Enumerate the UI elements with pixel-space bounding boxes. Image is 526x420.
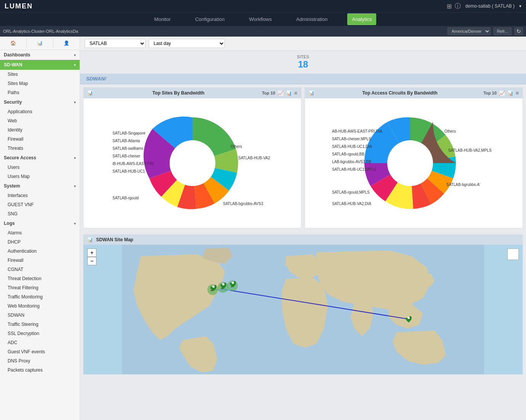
- dashboards-chevron: ▾: [74, 53, 76, 57]
- menu-right[interactable]: ≡: [516, 90, 519, 96]
- sidebar-item-authentication[interactable]: Authentication: [0, 247, 80, 256]
- menu-left[interactable]: ≡: [294, 90, 297, 96]
- sidebar-logs[interactable]: Logs ▾: [0, 218, 80, 228]
- top-n-left: Top 10: [262, 91, 275, 95]
- sidebar-item-web[interactable]: Web: [0, 116, 80, 125]
- svg-point-32: [222, 283, 225, 285]
- sidebar-item-interfaces[interactable]: Interfaces: [0, 191, 80, 200]
- sdwan-section-title: SDWAN/: [80, 74, 526, 84]
- chart-left-toolbar: Top 10 📈 📊 ≡: [262, 90, 297, 96]
- time-range-select[interactable]: Last day: [149, 39, 225, 48]
- svg-text:SATLAB-cheiser: SATLAB-cheiser: [112, 154, 141, 158]
- sidebar-item-users-map[interactable]: Users Map: [0, 172, 80, 181]
- logs-label: Logs: [4, 221, 15, 226]
- sidebar-item-sites[interactable]: Sites: [0, 70, 80, 79]
- system-label: System: [4, 183, 20, 189]
- donut-chart-left: SATLAB-HUB-VA2 SATLAB-bgrubbs-AVS3 Other…: [109, 102, 276, 224]
- svg-text:SATLAB-HUB-VA2: SATLAB-HUB-VA2: [238, 156, 270, 160]
- sidebar-item-traffic-steering[interactable]: Traffic Steering: [0, 320, 80, 329]
- user-label: demo-satlab ( SATLAB ): [465, 3, 515, 9]
- sdwan-section-label: SDWAN/: [86, 76, 106, 82]
- svg-text:SATLAB-Singapore: SATLAB-Singapore: [112, 131, 146, 135]
- nav-configuration[interactable]: Configuration: [191, 13, 229, 25]
- top-n-right: Top 10: [483, 91, 497, 95]
- nav-analytics[interactable]: Analytics: [347, 13, 376, 25]
- main-layout: 🏠 📊 👤 Dashboards ▾ SD-WAN ▾ Sites Sites …: [0, 37, 526, 420]
- sidebar-item-firewall[interactable]: Firewall: [0, 135, 80, 144]
- sidebar-item-sites-map[interactable]: Sites Map: [0, 79, 80, 88]
- map-icon: 📊: [87, 237, 93, 242]
- bar-chart-icon-right[interactable]: 📈: [499, 90, 505, 96]
- svg-text:SATLAB-bgrubbs-A': SATLAB-bgrubbs-A': [446, 183, 480, 187]
- dashboards-label: Dashboards: [4, 52, 30, 58]
- home-icon-btn[interactable]: 🏠: [0, 38, 27, 48]
- content-toolbar: SATLAB Last day: [80, 37, 526, 51]
- user-icon-btn[interactable]: 👤: [53, 38, 80, 48]
- bar-chart2-icon-right[interactable]: 📊: [507, 90, 513, 96]
- sidebar-item-dhcp[interactable]: DHCP: [0, 237, 80, 247]
- sidebar-item-dns-proxy[interactable]: DNS Proxy: [0, 356, 80, 365]
- map-fullscreen-btn[interactable]: [507, 248, 519, 260]
- svg-text:AB-HUB-AWS-EAST-PRI,DIA: AB-HUB-AWS-EAST-PRI,DIA: [332, 129, 382, 133]
- zoom-in-btn[interactable]: +: [87, 248, 96, 257]
- chart-left-header: 📊 Top Sites By Bandwidth Top 10 📈 📊 ≡: [83, 88, 301, 98]
- chart-left-title: Top Sites By Bandwidth: [152, 90, 204, 96]
- sidebar-item-sng[interactable]: SNG: [0, 209, 80, 218]
- sidebar-item-users[interactable]: Users: [0, 163, 80, 172]
- chart-left-body: SATLAB-HUB-VA2 SATLAB-bgrubbs-AVS3 Other…: [83, 98, 301, 228]
- logo: LUMEN: [5, 2, 33, 10]
- sidebar-item-sdwan-log[interactable]: SDWAN: [0, 311, 80, 320]
- nav-monitor[interactable]: Monitor: [150, 13, 175, 25]
- breadcrumb: ORL-Analytics-Cluster-ORL-AnalyticsDa: [3, 29, 78, 34]
- refresh-icon-button[interactable]: ↻: [515, 27, 523, 35]
- sites-label: SITES: [84, 55, 522, 59]
- bar-chart2-icon-left[interactable]: 📊: [286, 90, 292, 96]
- chart-icon-btn[interactable]: 📊: [27, 38, 53, 48]
- user-chevron[interactable]: ▾: [519, 3, 521, 9]
- content-area: SATLAB Last day SITES 18 SDWAN/ 📊 Top Si…: [80, 37, 526, 420]
- sidebar-item-threat-filtering[interactable]: Threat Filtering: [0, 283, 80, 292]
- map-body: 3 2 7: [83, 245, 523, 374]
- svg-text:SATLAB-HUB-UC1,MPLS: SATLAB-HUB-UC1,MPLS: [332, 167, 376, 172]
- sidebar-item-traffic-monitoring[interactable]: Traffic Monitoring: [0, 292, 80, 301]
- sidebar-item-cgnat[interactable]: CGNAT: [0, 265, 80, 274]
- home-icon: 🏠: [10, 40, 16, 46]
- sidebar-item-adc[interactable]: ADC: [0, 338, 80, 347]
- svg-point-35: [232, 282, 234, 284]
- sidebar-item-identity[interactable]: Identity: [0, 125, 80, 135]
- sidebar-item-web-monitoring[interactable]: Web Monitoring: [0, 301, 80, 311]
- svg-text:SATLAB-rgould: SATLAB-rgould: [112, 196, 139, 200]
- sidebar-item-guest-vnf-events[interactable]: Guest VNF events: [0, 347, 80, 356]
- sidebar-security[interactable]: Security ▾: [0, 97, 80, 107]
- bar-chart-icon-left[interactable]: 📈: [277, 90, 284, 96]
- nav-administration[interactable]: Administration: [292, 13, 332, 25]
- sidebar-item-threat-detection[interactable]: Threat Detection: [0, 274, 80, 283]
- info-icon[interactable]: ⓘ: [455, 2, 461, 10]
- satlab-select[interactable]: SATLAB: [85, 39, 146, 48]
- sidebar-item-firewall-log[interactable]: Firewall: [0, 256, 80, 265]
- sidebar-sdwan[interactable]: SD-WAN ▾: [0, 60, 80, 70]
- sidebar-item-guest-vnf[interactable]: GUEST VNF: [0, 200, 80, 209]
- sidebar-item-ssl-decryption[interactable]: SSL Decryption: [0, 329, 80, 338]
- sidebar-item-threats[interactable]: Threats: [0, 144, 80, 153]
- sidebar-item-applications[interactable]: Applications: [0, 107, 80, 116]
- svg-text:SATLAB-HUB-VA2,DIA: SATLAB-HUB-VA2,DIA: [332, 202, 371, 206]
- zoom-out-btn[interactable]: −: [87, 257, 96, 265]
- timezone-select[interactable]: America/Denver: [447, 27, 491, 35]
- security-label: Security: [4, 99, 22, 105]
- sdwan-chevron: ▾: [74, 63, 76, 67]
- sidebar-system[interactable]: System ▾: [0, 181, 80, 191]
- grid-icon[interactable]: ⊞: [447, 3, 452, 10]
- sidebar-item-paths[interactable]: Paths: [0, 88, 80, 97]
- user-icon: 👤: [64, 40, 69, 46]
- secure-access-chevron: ▾: [74, 156, 76, 160]
- sidebar-dashboards[interactable]: Dashboards ▾: [0, 50, 80, 60]
- chart-card-left: 📊 Top Sites By Bandwidth Top 10 📈 📊 ≡: [83, 87, 301, 228]
- charts-row: 📊 Top Sites By Bandwidth Top 10 📈 📊 ≡: [80, 84, 526, 231]
- refresh-button[interactable]: Refr...: [494, 27, 512, 35]
- sidebar-secure-access[interactable]: Secure Access ▾: [0, 153, 80, 163]
- sidebar-item-alarms[interactable]: Alarms: [0, 228, 80, 237]
- nav-workflows[interactable]: Workflows: [244, 13, 276, 25]
- svg-text:LAB-bgrubbs-AVS3,BB: LAB-bgrubbs-AVS3,BB: [332, 160, 371, 164]
- sidebar-item-packets-captures[interactable]: Packets captures: [0, 365, 80, 375]
